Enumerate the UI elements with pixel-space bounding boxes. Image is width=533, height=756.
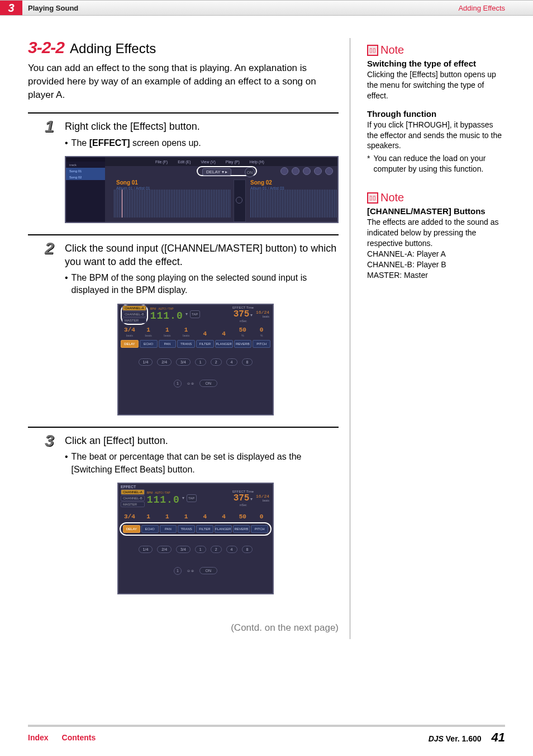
- breadcrumb: Adding Effects: [458, 1, 533, 15]
- side-column: ▯▯ Note Switching the type of effect Cli…: [350, 38, 505, 639]
- contents-link[interactable]: Contents: [62, 733, 96, 742]
- fx-delay-button[interactable]: DELAY: [121, 340, 139, 348]
- effect-time-value: 375: [234, 493, 250, 503]
- tracklist-header: track: [66, 162, 105, 168]
- tap-button[interactable]: TAP: [187, 494, 197, 502]
- fx-pitch-button[interactable]: PITCH: [251, 525, 268, 533]
- note-icon: ▯▯: [367, 192, 378, 204]
- channel-b-button[interactable]: CHANNEL-B: [122, 311, 146, 317]
- screenshot-main-window: track Song 01 Song 02 File (F) Edit (E) …: [65, 156, 339, 223]
- chapter-number-tab: 3: [0, 1, 22, 15]
- bpm-display: 111.0: [150, 310, 183, 322]
- fx-echo-button[interactable]: ECHO: [140, 340, 158, 348]
- screenshot-effect-panel-channel: CHANNEL-A CHANNEL-B MASTER BPM · AUTO / …: [117, 304, 274, 415]
- beat-button[interactable]: 4: [226, 358, 237, 366]
- step-number: 2: [45, 239, 54, 258]
- step-bullet: The beat or percentage that can be set i…: [72, 451, 339, 476]
- param-row: 3/4 1 1 1 4 4 50 0: [118, 507, 273, 521]
- step-number: 1: [45, 117, 54, 136]
- song-a-label: Song 01: [116, 179, 138, 186]
- page-header: 3 Playing Sound Adding Effects: [0, 0, 533, 16]
- fx-pan-button[interactable]: PAN: [160, 525, 177, 533]
- fx-icon[interactable]: [280, 167, 288, 175]
- tracklist-item[interactable]: Song 01: [66, 168, 105, 174]
- step-number: 3: [45, 431, 54, 450]
- step-title: Click an [Effect] button.: [65, 434, 339, 447]
- beat-button[interactable]: 2/4: [157, 358, 172, 366]
- fx-filter-button[interactable]: FILTER: [196, 525, 213, 533]
- beat-button[interactable]: 1: [195, 546, 206, 553]
- note-subheading: [CHANNEL/MASTER] Buttons: [367, 206, 505, 216]
- fx-filter-button[interactable]: FILTER: [196, 340, 214, 348]
- fx-delay-button[interactable]: DELAY: [123, 525, 140, 533]
- step-title: Click the sound input ([CHANNEL/MASTER] …: [65, 242, 339, 268]
- tap-button[interactable]: TAP: [190, 310, 200, 318]
- step-bullet: The [EFFECT] screen opens up.: [72, 137, 201, 149]
- note-block-2: ▯▯ Note [CHANNEL/MASTER] Buttons The eff…: [367, 191, 505, 280]
- effect-buttons-highlight: DELAY ECHO PAN TRANS FILTER FLANGER REVE…: [120, 522, 272, 536]
- beat-button[interactable]: 4: [226, 546, 237, 553]
- note-line: MASTER: Master: [367, 270, 505, 281]
- note-subheading: Through function: [367, 109, 505, 119]
- beat-button[interactable]: 2: [211, 546, 222, 553]
- beat-button[interactable]: 3/4: [176, 358, 191, 366]
- fx-icon[interactable]: [325, 167, 333, 175]
- beat-button[interactable]: 2: [211, 358, 222, 366]
- page-number: 41: [492, 730, 505, 744]
- step-2: 2 Click the sound input ([CHANNEL/MASTER…: [28, 234, 339, 427]
- section-title: Adding Effects: [70, 41, 156, 56]
- on-button[interactable]: ON: [199, 380, 218, 387]
- fx-trans-button[interactable]: TRANS: [177, 340, 195, 348]
- effects-select[interactable]: DELAY ▾ ▸: [202, 168, 231, 176]
- channel-a-button[interactable]: CHANNEL-A: [122, 305, 146, 311]
- beat-buttons-row: 1/4 2/4 3/4 1 2 4 8: [118, 537, 273, 563]
- fx-trans-button[interactable]: TRANS: [178, 525, 195, 533]
- beat-button[interactable]: 8: [242, 358, 253, 366]
- param-row: 3/4beats 1beats 1beats 1beats 4 4 50% 0%: [118, 324, 273, 338]
- fx-flanger-button[interactable]: FLANGER: [215, 525, 232, 533]
- toolbar-fx-icons[interactable]: [280, 167, 333, 175]
- step-1: 1 Right click the [Effects] button. • Th…: [28, 112, 339, 234]
- fx-echo-button[interactable]: ECHO: [141, 525, 159, 533]
- beat-button[interactable]: 1: [195, 358, 206, 366]
- bpm-display: 111.0: [147, 494, 180, 505]
- asterisk-icon: *: [367, 153, 370, 174]
- menubar[interactable]: File (F) Edit (E) View (V) Play (P) Help…: [105, 157, 337, 166]
- channel-a-button[interactable]: CHANNEL-A: [121, 489, 145, 495]
- note-header: Note: [380, 44, 404, 56]
- beat-button[interactable]: 2/4: [157, 546, 172, 553]
- beat-button[interactable]: 3/4: [176, 546, 191, 553]
- note-line: CHANNEL-B: Player B: [367, 259, 505, 270]
- fx-pan-button[interactable]: PAN: [159, 340, 177, 348]
- note-footnote: You can reduce the load on your computer…: [373, 153, 505, 174]
- note-subheading: Switching the type of effect: [367, 59, 505, 68]
- beat-button[interactable]: 1/4: [139, 358, 153, 366]
- effect-button-row: DELAY ECHO PAN TRANS FILTER FLANGER REVE…: [118, 338, 273, 349]
- step-3: 3 Click an [Effect] button. • The beat o…: [28, 427, 339, 606]
- fx-icon[interactable]: [292, 167, 299, 175]
- effect-time-value: 375: [234, 309, 250, 319]
- screenshot-effect-panel-effects: EFFECT CHANNEL-A CHANNEL-B MASTER BPM · …: [117, 483, 274, 594]
- fx-icon[interactable]: [303, 167, 311, 175]
- note-icon: ▯▯: [367, 45, 378, 56]
- fx-icon[interactable]: [314, 167, 322, 175]
- fx-reverb-button[interactable]: REVERB: [233, 525, 250, 533]
- beat-button[interactable]: 1/4: [139, 546, 153, 553]
- channel-b-button[interactable]: CHANNEL-B: [121, 495, 145, 501]
- on-button[interactable]: ON: [199, 567, 218, 574]
- level-control[interactable]: 1: [174, 380, 182, 388]
- note-text: If you click [THROUGH], it bypasses the …: [367, 120, 505, 152]
- page-footer: Index Contents DJS Ver. 1.600 41: [0, 721, 533, 745]
- beat-button[interactable]: 8: [242, 546, 253, 553]
- master-button[interactable]: MASTER: [122, 318, 146, 323]
- tracklist-item[interactable]: Song 02: [66, 174, 105, 180]
- fx-flanger-button[interactable]: FLANGER: [215, 340, 233, 348]
- index-link[interactable]: Index: [28, 733, 49, 742]
- fx-pitch-button[interactable]: PITCH: [253, 340, 270, 348]
- master-button[interactable]: MASTER: [121, 502, 145, 507]
- fx-reverb-button[interactable]: REVERB: [234, 340, 252, 348]
- section-heading: 3-2-2 Adding Effects: [28, 38, 339, 57]
- level-control[interactable]: 1: [174, 567, 182, 575]
- chapter-title: Playing Sound: [22, 1, 458, 15]
- note-text: The effects are added to the sound as in…: [367, 217, 505, 249]
